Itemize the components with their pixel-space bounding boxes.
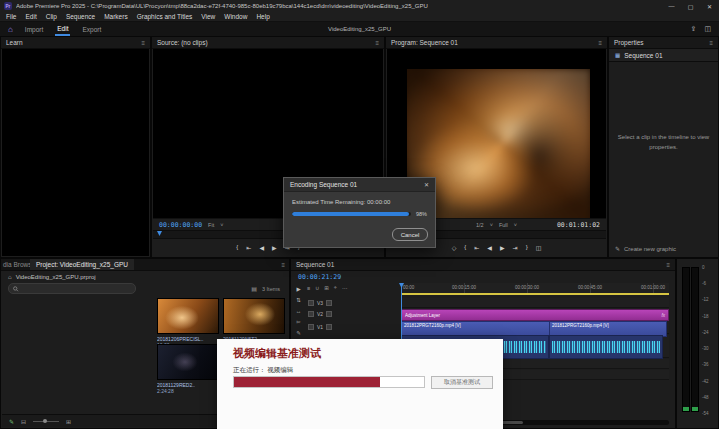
workspace-tab-edit[interactable]: Edit: [55, 23, 70, 36]
export-frame-icon[interactable]: ◫: [536, 244, 542, 251]
source-panel-tab[interactable]: Source: (no clips): [157, 39, 208, 46]
menu-clip[interactable]: Clip: [46, 13, 57, 20]
panel-menu-icon[interactable]: ≡: [375, 40, 379, 46]
nest-icon[interactable]: ≡: [307, 285, 310, 291]
step-back-icon[interactable]: ◀: [259, 244, 264, 251]
source-current-timecode[interactable]: 00:00:00:00: [159, 221, 202, 229]
project-file-row[interactable]: ⌂ VideoEditing_x25_GPU.prproj: [1, 271, 289, 282]
clip-label: 201812PRGT2160p.mp4 [V]: [552, 323, 609, 328]
program-zoom-select[interactable]: 1/2: [476, 222, 484, 228]
go-to-out-icon[interactable]: ⇥: [513, 244, 518, 251]
track-label: V1: [317, 324, 323, 330]
pen-tool-icon[interactable]: ✎: [296, 330, 301, 336]
zoom-in-icon[interactable]: ⊞: [66, 418, 71, 425]
linked-selection-icon[interactable]: ⊞: [324, 285, 329, 291]
add-marker-icon[interactable]: ◇: [452, 244, 457, 251]
track-lock-toggle[interactable]: [308, 300, 314, 306]
chevron-down-icon: ˅: [220, 222, 223, 228]
menu-help[interactable]: Help: [256, 13, 269, 20]
slider-knob[interactable]: [43, 419, 47, 423]
source-playhead[interactable]: [157, 231, 162, 236]
project-tab[interactable]: Project: VideoEditing_x25_GPU: [30, 259, 134, 270]
mark-in-icon[interactable]: {: [236, 244, 238, 250]
mark-out-icon[interactable]: }: [526, 244, 528, 250]
workspace-tab-import[interactable]: Import: [23, 24, 45, 35]
meter-signal: [692, 407, 698, 411]
menu-file[interactable]: File: [6, 13, 16, 20]
panel-menu-icon[interactable]: ≡: [666, 262, 670, 268]
timeline-current-timecode[interactable]: 00:00:21:29: [298, 273, 341, 281]
quick-export-icon[interactable]: ⇪: [691, 25, 697, 33]
track-header-v2[interactable]: V2: [305, 309, 400, 319]
sequence-tab[interactable]: Sequence 01: [296, 261, 334, 268]
track-lock-toggle[interactable]: [308, 311, 314, 317]
learn-panel-tab[interactable]: Learn: [6, 39, 23, 46]
go-to-in-icon[interactable]: ⇤: [246, 244, 251, 251]
search-box[interactable]: [8, 283, 136, 294]
project-item[interactable]: 20181206PRECISL.. 16:36: [157, 298, 219, 348]
close-icon[interactable]: ✕: [424, 181, 429, 188]
track-header-v1[interactable]: V1: [305, 321, 400, 333]
properties-selection-row[interactable]: ▦ Sequence 01: [609, 49, 718, 62]
learn-panel: Learn ≡: [0, 36, 151, 258]
panel-menu-icon[interactable]: ≡: [281, 262, 285, 268]
panel-menu-icon[interactable]: ≡: [709, 40, 713, 46]
track-select-tool-icon[interactable]: ⇅: [296, 297, 301, 303]
adjustment-layer-clip[interactable]: Adjustment Layer fx: [401, 309, 669, 321]
encoding-cancel-button[interactable]: Cancel: [392, 228, 428, 241]
menu-sequence[interactable]: Sequence: [66, 13, 95, 20]
project-item[interactable]: 20181129RED2.. 2:24:28: [157, 344, 219, 394]
minimize-icon[interactable]: —: [662, 0, 681, 12]
program-quality-select[interactable]: Full: [499, 222, 508, 228]
selection-tool-icon[interactable]: ▶: [296, 286, 300, 292]
create-new-graphic-button[interactable]: ✎ Create new graphic: [615, 245, 676, 252]
item-count-label: 3 Items: [262, 286, 282, 292]
razor-tool-icon[interactable]: ✂: [296, 319, 301, 325]
mark-in-icon[interactable]: {: [464, 244, 466, 250]
menu-view[interactable]: View: [201, 13, 215, 20]
properties-panel-tab[interactable]: Properties: [614, 39, 644, 46]
edit-icon[interactable]: ✎: [9, 418, 14, 425]
track-visibility-toggle[interactable]: [326, 324, 332, 330]
add-marker-icon[interactable]: ⌖: [334, 284, 337, 291]
snap-icon[interactable]: ∪: [315, 285, 319, 291]
menu-window[interactable]: Window: [224, 13, 247, 20]
panel-menu-icon[interactable]: ≡: [598, 40, 602, 46]
timeline-display-settings-icon[interactable]: ⋯: [342, 285, 348, 291]
encoding-dialog-titlebar[interactable]: Encoding Sequence 01 ✕: [284, 178, 435, 192]
zoom-out-icon[interactable]: ⊟: [21, 418, 26, 425]
track-lane-v3[interactable]: [401, 298, 669, 308]
track-visibility-toggle[interactable]: [326, 300, 332, 306]
program-panel-tab[interactable]: Program: Sequence 01: [391, 39, 458, 46]
list-view-icon[interactable]: ▤: [251, 285, 257, 292]
ripple-edit-tool-icon[interactable]: ↔: [296, 308, 302, 314]
thumbnail-zoom-slider[interactable]: [33, 421, 59, 422]
media-browser-tab[interactable]: dia Browser: [1, 259, 30, 270]
source-zoom-select[interactable]: Fit: [208, 222, 214, 228]
meter-scale-label: -42: [702, 379, 709, 384]
maximize-icon[interactable]: ▢: [681, 0, 700, 12]
benchmark-cancel-button[interactable]: 取消基准测试: [431, 376, 493, 389]
play-icon[interactable]: ▶: [500, 244, 505, 251]
play-icon[interactable]: ▶: [272, 244, 277, 251]
menu-markers[interactable]: Markers: [104, 13, 127, 20]
go-to-in-icon[interactable]: ⇤: [474, 244, 479, 251]
benchmark-progress-fill: [234, 377, 380, 387]
workspaces-icon[interactable]: ◫: [704, 25, 711, 33]
track-visibility-toggle[interactable]: [326, 311, 332, 317]
panel-menu-icon[interactable]: ≡: [141, 40, 145, 46]
track-lock-toggle[interactable]: [308, 324, 314, 330]
audio-clip[interactable]: [549, 335, 663, 359]
track-header-v3[interactable]: V3: [305, 298, 400, 307]
home-icon[interactable]: ⌂: [8, 25, 13, 34]
search-input[interactable]: [22, 286, 131, 292]
step-back-icon[interactable]: ◀: [487, 244, 492, 251]
project-file-name: VideoEditing_x25_GPU.prproj: [16, 274, 96, 280]
menu-edit[interactable]: Edit: [25, 13, 36, 20]
close-icon[interactable]: ✕: [700, 0, 719, 12]
meter-scale-label: -48: [702, 395, 709, 400]
fx-badge[interactable]: fx: [661, 313, 665, 318]
workspace-tab-export[interactable]: Export: [80, 24, 103, 35]
window-controls: — ▢ ✕: [662, 0, 719, 12]
menu-graphics-titles[interactable]: Graphics and Titles: [137, 13, 193, 20]
